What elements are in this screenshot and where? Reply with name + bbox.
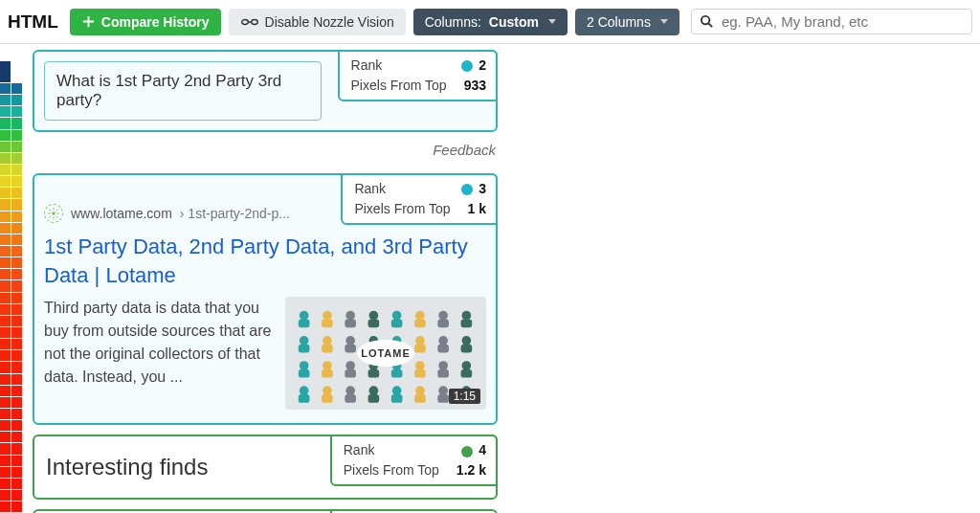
heatmap-row[interactable] — [0, 234, 27, 245]
svg-rect-20 — [391, 320, 403, 328]
organic-result-card[interactable]: Rank3 Pixels From Top1 k www.lotame.com … — [33, 173, 498, 425]
rank-label: Rank — [351, 56, 383, 76]
heatmap-row[interactable] — [0, 293, 27, 303]
heatmap-row[interactable] — [0, 95, 27, 105]
heatmap-row[interactable] — [0, 188, 27, 198]
svg-point-37 — [415, 336, 425, 346]
rank-value: 4 — [479, 442, 486, 457]
svg-rect-56 — [437, 369, 449, 378]
svg-rect-14 — [322, 320, 333, 328]
paa-question[interactable]: What is 1st Party 2nd Party 3rd party? — [44, 61, 322, 121]
heatmap-row[interactable] — [0, 479, 27, 489]
heatmap-row[interactable] — [0, 176, 27, 187]
svg-point-53 — [415, 362, 425, 371]
video-duration: 1:15 — [449, 389, 480, 404]
paa-card[interactable]: Rank2 Pixels From Top933 What is 1st Par… — [33, 50, 498, 132]
rank-box: Rank2 Pixels From Top933 — [338, 50, 498, 101]
dot-icon — [461, 184, 473, 195]
svg-rect-58 — [461, 369, 473, 378]
heatmap-row[interactable] — [0, 212, 27, 222]
svg-line-10 — [56, 210, 58, 212]
video-thumbnail[interactable]: LOTAME 1:15 — [285, 297, 486, 410]
heatmap-row[interactable] — [0, 397, 27, 408]
heatmap-row[interactable] — [0, 386, 27, 396]
main-content: Rank2 Pixels From Top933 What is 1st Par… — [0, 44, 980, 513]
heatmap-row[interactable] — [0, 83, 27, 94]
svg-rect-60 — [299, 394, 310, 403]
heatmap-row[interactable] — [0, 409, 27, 419]
svg-point-69 — [415, 387, 425, 396]
svg-point-13 — [323, 311, 332, 321]
interesting-finds-card[interactable]: Rank4 Pixels From Top1.2 k Interesting f… — [33, 435, 498, 500]
heatmap-row[interactable] — [0, 130, 27, 141]
heatmap-row[interactable] — [0, 106, 27, 117]
disable-nozzle-vision-button[interactable]: Disable Nozzle Vision — [229, 9, 406, 35]
result-title[interactable]: 1st Party Data, 2nd Party Data, and 3rd … — [44, 233, 486, 289]
heatmap-row[interactable] — [0, 223, 27, 234]
heatmap-row[interactable] — [0, 165, 27, 175]
px-value: 933 — [464, 76, 486, 96]
rank-box: Rank3 Pixels From Top1 k — [341, 173, 498, 225]
svg-line-9 — [50, 216, 52, 218]
svg-point-47 — [345, 362, 355, 371]
px-label: Pixels From Top — [354, 199, 450, 219]
heatmap-row[interactable] — [0, 142, 27, 152]
px-label: Pixels From Top — [344, 460, 439, 480]
heatmap-row[interactable] — [0, 502, 27, 512]
rank-box: Rank4 Pixels From Top1.3 k — [330, 509, 498, 513]
svg-rect-44 — [299, 369, 310, 378]
heatmap-row[interactable] — [0, 339, 27, 349]
svg-point-2 — [52, 212, 56, 215]
search-input[interactable] — [722, 13, 964, 30]
heatmap-row[interactable] — [0, 304, 27, 315]
chevron-down-icon — [660, 19, 668, 24]
heatmap-row[interactable] — [0, 490, 27, 501]
heatmap-row[interactable] — [0, 269, 27, 279]
svg-rect-48 — [345, 369, 356, 378]
svg-rect-38 — [414, 345, 426, 353]
heatmap-row[interactable] — [0, 467, 27, 478]
svg-point-59 — [300, 387, 309, 396]
heatmap-row[interactable] — [0, 374, 27, 385]
compare-history-button[interactable]: Compare History — [70, 9, 221, 35]
heatmap-row[interactable] — [0, 443, 27, 454]
columns-count-label: 2 Columns — [587, 14, 651, 30]
columns-custom-dropdown[interactable]: Columns: Custom — [413, 9, 568, 35]
compare-history-label: Compare History — [101, 14, 210, 30]
heatmap-row[interactable] — [0, 432, 27, 442]
svg-rect-26 — [461, 320, 473, 328]
heatmap-row[interactable] — [0, 362, 27, 372]
svg-point-55 — [438, 362, 448, 371]
svg-point-17 — [369, 311, 379, 321]
heatmap-row[interactable] — [0, 420, 27, 431]
organic-result-card-partial[interactable]: Rank4 Pixels From Top1.3 k Third-Party D… — [33, 509, 498, 513]
result-snippet: Third party data is data that you buy fr… — [44, 297, 272, 410]
heatmap-row[interactable] — [0, 350, 27, 361]
px-label: Pixels From Top — [351, 76, 447, 96]
search-icon — [700, 14, 714, 29]
dot-icon — [461, 446, 473, 457]
heatmap-row[interactable] — [0, 118, 27, 128]
feedback-link[interactable]: Feedback — [34, 142, 496, 158]
svg-point-63 — [345, 387, 355, 396]
heatmap-row[interactable] — [0, 153, 27, 164]
svg-line-8 — [56, 216, 58, 218]
svg-rect-22 — [414, 320, 426, 328]
heatmap-row[interactable] — [0, 327, 27, 338]
columns-count-dropdown[interactable]: 2 Columns — [575, 9, 679, 35]
heatmap-row[interactable] — [0, 257, 27, 268]
svg-rect-12 — [299, 320, 310, 328]
heatmap-row[interactable] — [0, 246, 27, 256]
rank-label: Rank — [344, 440, 375, 460]
heatmap-row[interactable] — [0, 316, 27, 326]
heatmap-row[interactable] — [0, 456, 27, 466]
svg-point-11 — [300, 311, 309, 321]
rank-box: Rank4 Pixels From Top1.2 k — [330, 435, 498, 486]
thumbnail-logo: LOTAME — [357, 340, 414, 367]
heatmap-row[interactable] — [0, 280, 27, 291]
svg-rect-16 — [345, 320, 356, 328]
svg-line-7 — [50, 210, 52, 212]
heatmap-row[interactable] — [0, 61, 27, 82]
search-box[interactable] — [691, 9, 972, 34]
heatmap-row[interactable] — [0, 199, 27, 210]
